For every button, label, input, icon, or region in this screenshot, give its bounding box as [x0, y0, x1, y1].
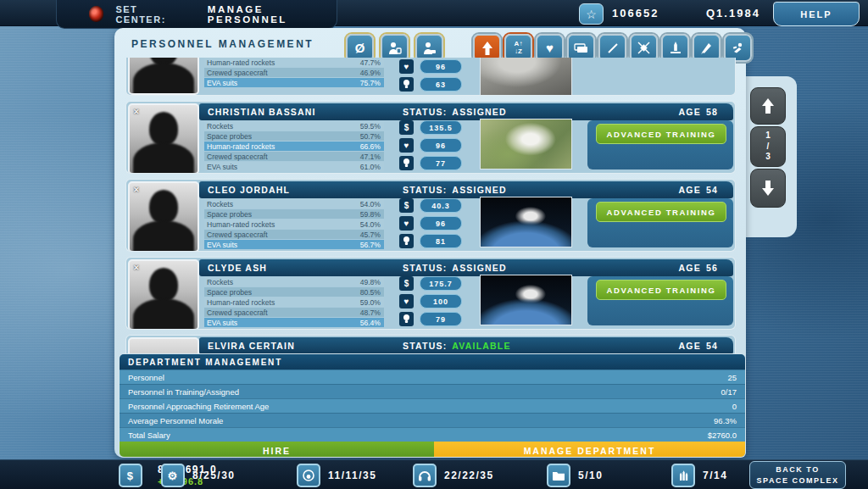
- lightbulb-icon: [399, 234, 414, 248]
- portrait: ✕: [128, 259, 199, 330]
- dollar-icon: $: [399, 120, 414, 135]
- manage-department-button[interactable]: MANAGE DEPARTMENT: [434, 442, 745, 458]
- astronaut-jet-icon: [731, 41, 745, 55]
- personnel-row-partial[interactable]: Human-rated rockets47.7% Crewed spacecra…: [125, 58, 736, 96]
- stat-list: $ 40.3 ♥ 96 81: [399, 198, 465, 252]
- department-panel: DEPARTMENT MANAGEMENT Personnel25 Person…: [119, 353, 746, 458]
- advanced-training-button[interactable]: ADVANCED TRAINING: [596, 202, 726, 222]
- personnel-status: STATUS:ASSIGNED: [403, 185, 615, 195]
- personnel-list: Human-rated rockets47.7% Crewed spacecra…: [125, 58, 734, 359]
- skill-list: Human-rated rockets47.7% Crewed spacecra…: [204, 58, 384, 88]
- personnel-row[interactable]: ✕ CLEO JORDAHL STATUS:ASSIGNED AGE54 Roc…: [125, 179, 736, 252]
- department-row: Average Personnel Morale96.3%: [120, 413, 745, 427]
- dismiss-button[interactable]: ✕: [133, 108, 140, 116]
- morale-stat: ♥ 96: [399, 216, 465, 231]
- personnel-header: CLEO JORDAHL STATUS:ASSIGNED AGE54: [199, 181, 733, 198]
- stat-list: $ 135.5 ♥ 96 77: [399, 120, 465, 174]
- heart-icon: ♥: [546, 42, 554, 54]
- personnel-header: CLYDE ASH STATUS:ASSIGNED AGE56: [199, 259, 733, 276]
- counter-rockets: 7/14: [671, 464, 727, 487]
- lightbulb-icon: [399, 312, 414, 326]
- folder-icon: [547, 464, 570, 487]
- personnel-status: STATUS:ASSIGNED: [403, 107, 615, 117]
- training-panel: ADVANCED TRAINING: [587, 120, 733, 169]
- advanced-training-button[interactable]: ADVANCED TRAINING: [596, 280, 726, 300]
- dismiss-button[interactable]: ✕: [133, 264, 140, 272]
- game-date: Q1.1984: [706, 7, 760, 19]
- screen-title: MANAGE PERSONNEL: [208, 4, 337, 25]
- capsule-icon: [699, 41, 714, 55]
- panel-title: PERSONNEL MANAGEMENT: [131, 38, 314, 50]
- personnel-name: CHRISTIAN BASSANI: [208, 107, 403, 117]
- counter-scientists: 11/11/35: [297, 464, 376, 487]
- personnel-row-partial[interactable]: ELVIRA CERTAIN STATUS:AVAILABLE AGE54: [125, 335, 736, 354]
- gear-icon: ⚙: [161, 464, 185, 487]
- counter-missions: 5/10: [547, 464, 603, 487]
- stat-list: $ 175.7 ♥ 100 79: [399, 276, 465, 330]
- heart-icon: ♥: [399, 59, 414, 74]
- lightbulb-icon: [399, 156, 414, 170]
- arrow-up-icon: [481, 42, 493, 55]
- skill-list: Rockets54.0% Space probes59.8% Human-rat…: [204, 199, 384, 250]
- personnel-age: AGE54: [674, 341, 718, 351]
- skill-points-stat: 63: [399, 77, 465, 92]
- personnel-name: CLEO JORDAHL: [208, 185, 403, 195]
- dollar-icon: $: [399, 276, 414, 291]
- morale-stat: ♥ 100: [399, 294, 465, 308]
- personnel-status: STATUS:ASSIGNED: [403, 263, 615, 273]
- back-to-space-complex-button[interactable]: BACK TO SPACE COMPLEX: [749, 461, 846, 489]
- skill-list: Rockets49.8% Space probes80.5% Human-rat…: [204, 277, 384, 328]
- arrow-down-icon: [761, 180, 775, 197]
- help-button[interactable]: HELP: [773, 2, 860, 26]
- agency-logo-icon: [89, 6, 103, 22]
- personnel-age: AGE56: [674, 263, 718, 273]
- mission-photo: [480, 58, 572, 96]
- department-row: Total Salary$2760.0: [120, 427, 745, 442]
- person-book-icon: [387, 41, 403, 56]
- salary-stat: $ 135.5: [399, 120, 465, 135]
- dismiss-button[interactable]: ✕: [133, 186, 140, 194]
- personnel-name: ELVIRA CERTAIN: [208, 341, 403, 351]
- department-row: Personnel Approaching Retirement Age0: [120, 398, 745, 413]
- skill-points-stat: 79: [399, 312, 465, 326]
- screen-title-tab: SET CENTER: MANAGE PERSONNEL: [56, 0, 337, 29]
- personnel-status: STATUS:AVAILABLE: [403, 341, 615, 351]
- slash-icon: [606, 42, 620, 55]
- department-buttons: HIRE MANAGE DEPARTMENT: [120, 442, 745, 458]
- scroll-down-button[interactable]: [750, 169, 786, 208]
- personnel-row[interactable]: ✕ CHRISTIAN BASSANI STATUS:ASSIGNED AGE5…: [125, 101, 736, 174]
- portrait: ✕: [128, 181, 199, 252]
- training-panel: ADVANCED TRAINING: [587, 276, 733, 325]
- arrow-up-icon: [761, 97, 775, 114]
- stat-list: ♥ 96 63: [399, 59, 465, 95]
- personnel-name: CLYDE ASH: [208, 263, 403, 273]
- portrait: ✕: [128, 103, 199, 174]
- department-title: DEPARTMENT MANAGEMENT: [120, 354, 745, 370]
- game-screen: SET CENTER: MANAGE PERSONNEL ☆ 106652 Q1…: [0, 0, 868, 489]
- satellite-dish-icon: [297, 464, 320, 487]
- training-panel: ADVANCED TRAINING: [587, 198, 733, 247]
- personnel-header: CHRISTIAN BASSANI STATUS:ASSIGNED AGE58: [199, 103, 733, 120]
- morale-stat: ♥ 96: [399, 138, 465, 153]
- heart-icon: ♥: [399, 216, 414, 231]
- launch-pad-icon: [669, 41, 682, 55]
- personnel-age: AGE58: [674, 107, 718, 117]
- dollar-icon: $: [119, 464, 142, 487]
- counter-flight-controllers: 22/22/35: [413, 464, 494, 487]
- prestige-value: 106652: [612, 7, 659, 19]
- heart-icon: ♥: [399, 138, 414, 153]
- money-icon: [574, 42, 588, 54]
- scroll-up-button[interactable]: [750, 87, 786, 125]
- headset-icon: [413, 464, 437, 487]
- skill-points-stat: 77: [399, 156, 465, 170]
- personnel-row[interactable]: ✕ CLYDE ASH STATUS:ASSIGNED AGE56 Rocket…: [125, 257, 736, 330]
- department-row: Personnel25: [120, 370, 745, 384]
- hire-button[interactable]: HIRE: [120, 442, 434, 458]
- salary-stat: $ 175.7: [399, 276, 465, 291]
- mission-photo: [480, 275, 572, 325]
- center-label: SET CENTER:: [115, 4, 185, 25]
- advanced-training-button[interactable]: ADVANCED TRAINING: [596, 124, 726, 144]
- mission-photo: [480, 119, 572, 169]
- page-indicator: 1 / 3: [750, 126, 786, 167]
- prestige-star-icon: ☆: [579, 3, 604, 25]
